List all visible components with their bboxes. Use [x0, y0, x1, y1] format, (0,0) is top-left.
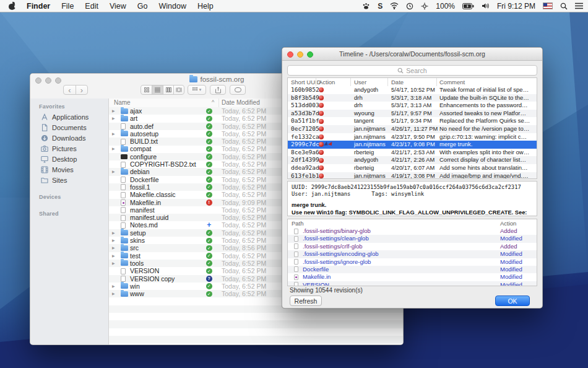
volume-icon[interactable]: [482, 2, 490, 9]
timeline-row[interactable]: fe1332ca jan.nijtmans 4/23/17, 9:50 PM g…: [288, 133, 537, 141]
column-header-name[interactable]: Name: [114, 99, 131, 106]
input-language-flag-icon[interactable]: [543, 2, 553, 9]
timeline-row[interactable]: 8ce3e9a6 rberteig 4/21/17, 2:53 AM With …: [288, 149, 537, 157]
disclosure-triangle-icon[interactable]: ▶: [112, 260, 115, 267]
refresh-button[interactable]: Refresh: [290, 296, 322, 306]
column-header-date[interactable]: Date: [391, 79, 404, 85]
time-machine-icon[interactable]: [406, 2, 413, 10]
column-divider: [436, 78, 437, 86]
column-divider[interactable]: [218, 99, 219, 107]
coverflow-view-button[interactable]: [173, 85, 184, 94]
menu-finder[interactable]: Finder: [27, 2, 50, 11]
disclosure-triangle-icon[interactable]: ▶: [112, 229, 115, 237]
disclosure-triangle-icon[interactable]: ▶: [112, 115, 115, 122]
file-icon: [121, 268, 126, 274]
document-icon: [41, 124, 48, 131]
changed-file-path[interactable]: .fossil-settings/binary-glob: [303, 227, 371, 235]
column-header-user[interactable]: User: [354, 79, 366, 85]
timeline-row[interactable]: 0ec71205 jan.nijtmans 4/26/17, 11:27 PM …: [288, 125, 537, 133]
back-button[interactable]: ‹: [64, 85, 76, 94]
disclosure-triangle-icon[interactable]: ▶: [112, 244, 115, 252]
file-name: fossil.1: [130, 183, 150, 191]
ok-button[interactable]: OK: [495, 296, 530, 306]
disclosure-triangle-icon[interactable]: ▶: [112, 107, 115, 115]
menu-go[interactable]: Go: [137, 2, 148, 11]
changed-file-path[interactable]: VERSION: [303, 281, 329, 286]
column-header-file-action[interactable]: Action: [500, 220, 516, 227]
menu-view[interactable]: View: [110, 2, 126, 11]
column-header-path[interactable]: Path: [292, 220, 304, 227]
sidebar-item-sites[interactable]: Sites: [30, 175, 108, 185]
changed-file-row[interactable]: .fossil-settings/crlf-glob Added: [288, 243, 537, 250]
menu-file[interactable]: File: [61, 2, 74, 11]
disclosure-triangle-icon[interactable]: ▶: [112, 283, 115, 290]
timeline-row[interactable]: 160b9852 andygoth 5/4/17, 10:52 PM Tweak…: [288, 86, 537, 94]
changed-file-path[interactable]: .fossil-settings/crlf-glob: [303, 243, 363, 250]
disclosure-triangle-icon[interactable]: ▶: [112, 130, 115, 138]
sync-status-badge: ✓: [206, 116, 212, 122]
forward-button[interactable]: ›: [76, 85, 87, 94]
menu-help[interactable]: Help: [197, 2, 214, 11]
changed-file-row[interactable]: .fossil-settings/clean-glob Modified: [288, 235, 537, 242]
timeline-row[interactable]: 2999c7dc jan.nijtmans 4/23/17, 9:08 PM m…: [288, 141, 537, 149]
timeline-row[interactable]: ddea92ad rberteig 4/20/17, 6:07 AM Add s…: [288, 164, 537, 172]
apple-menu-icon[interactable]: [9, 2, 15, 10]
column-header-action[interactable]: Action: [319, 79, 335, 85]
changed-file-path[interactable]: .fossil-settings/encoding-glob: [303, 250, 379, 258]
changed-file-row[interactable]: VERSION Modified: [288, 281, 537, 286]
changed-file-path[interactable]: Makefile.in: [303, 273, 331, 281]
list-view-button[interactable]: [152, 85, 163, 94]
arrange-button[interactable]: ▾: [188, 85, 206, 95]
sidebar-item-pictures[interactable]: Pictures: [30, 143, 108, 154]
menu-edit[interactable]: Edit: [85, 2, 98, 11]
icon-view-button[interactable]: [141, 85, 152, 94]
battery-icon[interactable]: [462, 3, 474, 9]
changed-file-path[interactable]: .fossil-settings/clean-glob: [303, 235, 369, 242]
timeline-row[interactable]: 2df14399 andygoth 4/21/17, 2:26 AM Corre…: [288, 156, 537, 164]
search-input[interactable]: Search: [287, 65, 537, 76]
file-page-icon: [294, 266, 298, 272]
timeline-row[interactable]: b8f3b549 drh 5/3/17, 3:18 AM Update the …: [288, 94, 537, 102]
file-icon: [121, 123, 126, 129]
menubar-clock[interactable]: Fri 9:12 PM: [497, 2, 535, 11]
column-header-short-uuid[interactable]: Short UUID: [291, 79, 321, 85]
changed-file-path[interactable]: Dockerfile: [303, 266, 329, 273]
timeline-row[interactable]: 513dd003 drh 5/3/17, 3:13 AM Enhancement…: [288, 102, 537, 110]
column-header-comment[interactable]: Comment: [439, 79, 465, 85]
disclosure-triangle-icon[interactable]: ▶: [112, 145, 115, 152]
column-view-button[interactable]: [163, 85, 174, 94]
changed-file-row[interactable]: .fossil-settings/binary-glob Added: [288, 227, 537, 235]
menu-window[interactable]: Window: [158, 2, 186, 11]
sidebar-section-favorites: Favorites: [30, 99, 108, 112]
sidebar-item-desktop[interactable]: Desktop: [30, 154, 108, 164]
timeline-row[interactable]: 613fe1b1 jan.nijtmans 4/19/17, 3:08 PM A…: [288, 172, 537, 179]
changed-file-path[interactable]: .fossil-settings/ignore-glob: [303, 258, 371, 266]
disclosure-triangle-icon[interactable]: ▶: [112, 168, 115, 175]
sidebar-item-applications[interactable]: Applications: [30, 112, 108, 122]
disclosure-triangle-icon[interactable]: ▶: [112, 290, 115, 297]
sidebar-item-movies[interactable]: Movies: [30, 164, 108, 175]
disclosure-triangle-icon[interactable]: ▶: [112, 252, 115, 260]
notification-center-icon[interactable]: [575, 2, 583, 9]
column-header-date-modified[interactable]: Date Modified: [222, 99, 260, 106]
sync-status-badge: ✓: [206, 268, 212, 274]
changed-file-row[interactable]: .fossil-settings/ignore-glob Modified: [288, 258, 537, 266]
sidebar-item-downloads[interactable]: Downloads: [30, 133, 108, 143]
timeline-row[interactable]: 0a51f1bf tangent 5/1/17, 9:34 PM Replace…: [288, 117, 537, 125]
timeline-titlebar[interactable]: Timeline - /Users/coralw/Documents/fossi…: [282, 48, 542, 61]
assistive-icon[interactable]: [362, 2, 370, 10]
timeline-row[interactable]: a53d3b7d wyoung 5/1/17, 9:57 PM Assorted…: [288, 110, 537, 118]
changed-file-row[interactable]: Makefile.in Modified: [288, 273, 537, 281]
spotlight-icon[interactable]: [560, 2, 568, 10]
timeline-table-header: Short UUID Action User Date Comment: [288, 78, 537, 87]
keyboard-access-icon[interactable]: [421, 2, 428, 10]
tags-button[interactable]: [230, 85, 246, 95]
file-icon: [121, 253, 128, 258]
changed-file-row[interactable]: Dockerfile Modified: [288, 266, 537, 273]
disclosure-triangle-icon[interactable]: ▶: [112, 237, 115, 244]
s-app-icon[interactable]: S: [378, 2, 383, 11]
changed-file-row[interactable]: .fossil-settings/encoding-glob Modified: [288, 250, 537, 258]
sidebar-item-documents[interactable]: Documents: [30, 122, 108, 133]
wifi-icon[interactable]: [390, 2, 399, 9]
share-button[interactable]: [210, 85, 226, 95]
